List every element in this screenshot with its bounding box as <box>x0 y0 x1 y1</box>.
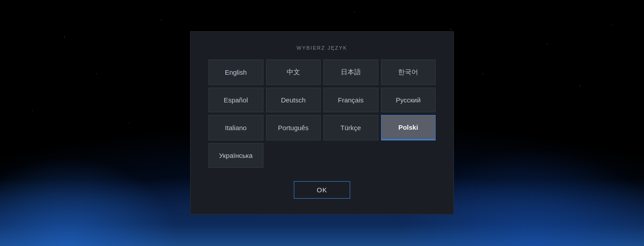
ok-button-wrapper: OK <box>208 181 436 199</box>
lang-btn-english[interactable]: English <box>208 59 263 85</box>
lang-btn-french[interactable]: Français <box>323 88 378 112</box>
lang-btn-korean[interactable]: 한국어 <box>381 59 436 85</box>
lang-btn-polish[interactable]: Polski <box>381 115 436 140</box>
language-dialog: WYBIERZ JĘZYK English中文日本語한국어EspañolDeut… <box>190 31 454 215</box>
lang-btn-german[interactable]: Deutsch <box>266 88 321 112</box>
dialog-title: WYBIERZ JĘZYK <box>208 45 436 51</box>
lang-btn-spanish[interactable]: Español <box>208 88 263 112</box>
lang-btn-russian[interactable]: Русский <box>381 88 436 112</box>
lang-btn-japanese[interactable]: 日本語 <box>323 59 378 85</box>
lang-btn-ukrainian[interactable]: Українська <box>208 143 263 168</box>
overlay: WYBIERZ JĘZYK English中文日本語한국어EspañolDeut… <box>0 0 644 246</box>
lang-btn-chinese[interactable]: 中文 <box>266 59 321 85</box>
ok-button[interactable]: OK <box>294 181 350 199</box>
lang-btn-turkish[interactable]: Türkçe <box>323 115 378 140</box>
lang-btn-italian[interactable]: Italiano <box>208 115 263 140</box>
language-grid: English中文日本語한국어EspañolDeutschFrançaisРус… <box>208 59 436 168</box>
lang-btn-portuguese[interactable]: Português <box>266 115 321 140</box>
